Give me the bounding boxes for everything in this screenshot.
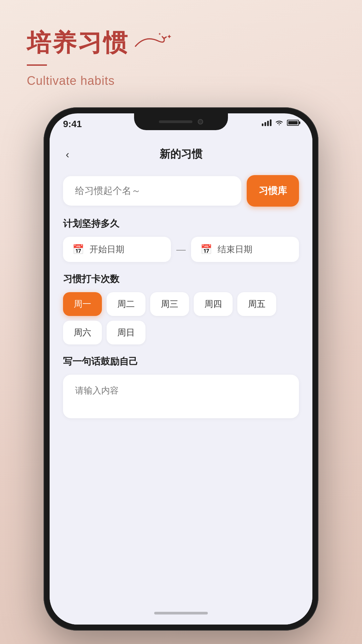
day-button-1[interactable]: 周二 [107, 292, 145, 316]
days-row: 周一周二周三周四周五周六周日 [63, 292, 299, 344]
speaker [159, 120, 192, 123]
calendar-icon-start: 📅 [72, 244, 84, 255]
svg-text:✦: ✦ [158, 32, 162, 36]
day-button-3[interactable]: 周四 [194, 292, 233, 316]
name-input-row: 习惯库 [63, 175, 299, 207]
home-indicator [154, 612, 208, 614]
page-title-english: Cultivate habits [27, 74, 335, 88]
start-date-picker[interactable]: 📅 开始日期 [63, 237, 171, 262]
home-indicator-area [50, 612, 312, 614]
day-button-4[interactable]: 周五 [237, 292, 276, 316]
date-row: 📅 开始日期 — 📅 结束日期 [63, 237, 299, 262]
day-button-2[interactable]: 周三 [150, 292, 189, 316]
app-content: ‹ 新的习惯 习惯库 计划坚持多久 📅 开始日期 — [50, 137, 312, 625]
battery-icon [287, 120, 299, 126]
wifi-icon [275, 119, 284, 126]
status-icons [262, 117, 299, 126]
camera [198, 119, 203, 124]
checkin-section: 习惯打卡次数 周一周二周三周四周五周六周日 [63, 273, 299, 344]
calendar-icon-end: 📅 [200, 244, 212, 255]
app-header: ‹ 新的习惯 [63, 144, 299, 165]
back-button[interactable]: ‹ [63, 146, 72, 163]
page-title: 新的习惯 [160, 147, 202, 162]
duration-section-label: 计划坚持多久 [63, 217, 299, 230]
battery-fill [288, 121, 298, 124]
checkin-section-label: 习惯打卡次数 [63, 273, 299, 285]
end-date-label: 结束日期 [218, 244, 252, 255]
phone-outer-frame: 9:41 [44, 107, 318, 631]
date-separator: — [176, 244, 186, 255]
phone-notch [134, 113, 228, 130]
page-title-chinese: 培养习惯 ✦ ✦ [27, 27, 335, 59]
phone-screen: 9:41 [50, 113, 312, 625]
status-time: 9:41 [63, 117, 82, 129]
motivation-input[interactable] [63, 375, 299, 418]
day-button-0[interactable]: 周一 [63, 292, 102, 316]
phone-mockup: 9:41 [44, 107, 318, 631]
day-button-5[interactable]: 周六 [63, 321, 102, 344]
signal-icon [262, 119, 272, 126]
day-button-6[interactable]: 周日 [107, 321, 145, 344]
motivation-section: 写一句话鼓励自己 [63, 355, 299, 418]
motivation-section-label: 写一句话鼓励自己 [63, 355, 299, 368]
habit-name-input[interactable] [63, 176, 241, 206]
end-date-picker[interactable]: 📅 结束日期 [191, 237, 299, 262]
title-decoration-icon: ✦ ✦ [132, 31, 172, 55]
page-background: 培养习惯 ✦ ✦ Cultivate habits [0, 0, 362, 88]
habit-library-button[interactable]: 习惯库 [247, 175, 299, 207]
title-zh-text: 培养习惯 [27, 27, 129, 59]
title-underline [27, 64, 47, 66]
svg-text:✦: ✦ [167, 34, 172, 40]
start-date-label: 开始日期 [89, 244, 124, 255]
